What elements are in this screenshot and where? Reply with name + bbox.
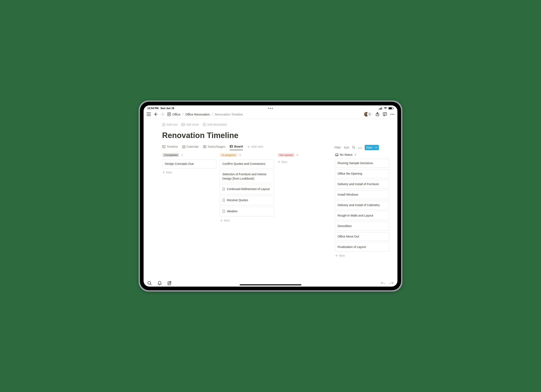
- column-not-started: Not started 0 New: [277, 153, 332, 279]
- card[interactable]: Install Windows: [335, 190, 389, 199]
- card[interactable]: Continued Refinement of Layout: [220, 185, 274, 194]
- column-count: 1: [181, 153, 183, 157]
- compose-icon[interactable]: [167, 281, 172, 285]
- inbox-icon: [335, 153, 338, 156]
- add-cover-button[interactable]: Add cover: [182, 123, 199, 126]
- tab-calendar-label: Calendar: [187, 145, 199, 148]
- column-no-status: No Status 9 Flooring Sample Decisions Of…: [335, 153, 389, 279]
- svg-point-33: [361, 148, 362, 148]
- table-icon: [203, 145, 206, 148]
- card[interactable]: Office Move Out: [335, 232, 389, 241]
- card-title: Receive Quotes: [227, 198, 248, 203]
- add-card-button[interactable]: New: [162, 170, 216, 175]
- chevron-down-icon[interactable]: [374, 147, 377, 148]
- card[interactable]: Delivery and Install of Furniture: [335, 180, 389, 188]
- device-bezel: 12:54 PM Sun Jun 19: [140, 102, 401, 290]
- card[interactable]: Selection of Furniture and Interior Desi…: [220, 170, 274, 183]
- tab-timeline[interactable]: Timeline: [162, 145, 178, 150]
- breadcrumb-sep: /: [212, 112, 213, 116]
- multitask-dots[interactable]: [268, 108, 273, 109]
- column-count: 5: [239, 153, 241, 157]
- add-cover-label: Add cover: [186, 123, 199, 126]
- search-icon[interactable]: [147, 281, 152, 285]
- tab-calendar[interactable]: 31 Calendar: [182, 145, 199, 150]
- svg-point-31: [358, 148, 359, 148]
- card[interactable]: Ideation: [220, 207, 274, 216]
- undo-icon[interactable]: [380, 281, 385, 285]
- redo-icon[interactable]: [389, 281, 394, 285]
- tab-tasks-label: Tasks/Stages: [208, 145, 225, 148]
- add-icon-button[interactable]: Add icon: [162, 123, 178, 126]
- card[interactable]: Receive Quotes: [220, 196, 274, 205]
- status-date: Sun Jun 19: [161, 107, 174, 110]
- breadcrumb-parent[interactable]: Office Renovation: [185, 112, 210, 116]
- info-icon: [203, 123, 206, 126]
- emoji-icon: [162, 123, 165, 126]
- add-card-label: New: [339, 254, 345, 257]
- breadcrumb-root[interactable]: Office: [172, 112, 180, 116]
- notifications-icon[interactable]: [158, 281, 162, 285]
- more-icon[interactable]: [390, 112, 395, 117]
- page-inline-actions: Add icon Add cover Add description: [162, 123, 397, 126]
- breadcrumb-current[interactable]: Renovation Timeline: [215, 112, 243, 116]
- board-icon: [230, 145, 233, 148]
- column-header[interactable]: Completed 1: [162, 153, 216, 158]
- column-header[interactable]: Not started 0: [277, 153, 332, 158]
- share-icon[interactable]: [375, 112, 380, 117]
- card-title: Rough-in Walls and Layout: [338, 214, 373, 218]
- plus-icon: [335, 254, 338, 257]
- menu-icon[interactable]: [146, 112, 151, 117]
- svg-rect-6: [393, 108, 394, 109]
- status-icons: [379, 107, 394, 110]
- battery-icon: [388, 107, 394, 110]
- add-description-button[interactable]: Add description: [203, 123, 227, 126]
- svg-rect-28: [230, 146, 231, 147]
- add-description-label: Add description: [207, 123, 227, 126]
- svg-rect-20: [204, 124, 205, 125]
- svg-rect-16: [182, 123, 185, 126]
- column-header[interactable]: In progress 5: [220, 153, 274, 158]
- ios-status-bar: 12:54 PM Sun Jun 19: [144, 105, 397, 111]
- svg-point-11: [392, 114, 393, 115]
- tab-board[interactable]: Board: [230, 145, 243, 150]
- card[interactable]: Office Re-Opening: [335, 169, 389, 178]
- add-card-button[interactable]: New: [277, 159, 332, 164]
- plus-icon: [162, 171, 165, 174]
- filter-button[interactable]: Filter: [334, 146, 341, 149]
- column-header[interactable]: No Status 9: [335, 153, 389, 157]
- add-card-button[interactable]: New: [220, 218, 274, 223]
- add-icon-label: Add icon: [167, 123, 178, 126]
- add-view-button[interactable]: Add view: [247, 145, 263, 150]
- card-title: Delivery and Install of Furniture: [338, 182, 379, 186]
- card[interactable]: Demolition: [335, 222, 389, 230]
- card[interactable]: Flooring Sample Decisions: [335, 159, 389, 168]
- card-title: Install Windows: [338, 193, 358, 197]
- new-button[interactable]: New: [365, 145, 379, 150]
- column-completed: Completed 1 Design Concepts Due New: [162, 153, 216, 279]
- card[interactable]: Confirm Quotes and Contractors: [220, 159, 274, 168]
- views-row: Timeline 31 Calendar Tasks/Stages Board: [162, 145, 397, 150]
- breadcrumb: Office / Office Renovation / Renovation …: [167, 112, 243, 116]
- back-icon[interactable]: [153, 112, 158, 117]
- card[interactable]: Design Concepts Due: [162, 159, 216, 168]
- tab-timeline-label: Timeline: [167, 145, 178, 148]
- home-indicator[interactable]: [240, 284, 301, 285]
- avatar: S: [367, 112, 372, 117]
- card[interactable]: Delivery and Install of Cabinetry: [335, 201, 389, 209]
- comments-icon[interactable]: [383, 112, 387, 117]
- svg-rect-35: [168, 282, 171, 285]
- page-title[interactable]: Renovation Timeline: [162, 131, 397, 140]
- card[interactable]: Rough-in Walls and Layout: [335, 211, 389, 220]
- more-icon[interactable]: [358, 146, 362, 149]
- tab-tasks[interactable]: Tasks/Stages: [203, 145, 225, 150]
- svg-rect-0: [379, 109, 380, 110]
- add-card-button[interactable]: New: [335, 253, 389, 258]
- card-title: Office Re-Opening: [338, 172, 362, 176]
- avatar-stack[interactable]: S: [364, 112, 372, 117]
- top-nav: Office / Office Renovation / Renovation …: [144, 111, 397, 119]
- card[interactable]: Finalization of Layout: [335, 243, 389, 251]
- search-icon[interactable]: [352, 146, 355, 150]
- doc-icon: [222, 199, 225, 203]
- sort-button[interactable]: Sort: [344, 146, 349, 149]
- plus-icon: [220, 219, 223, 222]
